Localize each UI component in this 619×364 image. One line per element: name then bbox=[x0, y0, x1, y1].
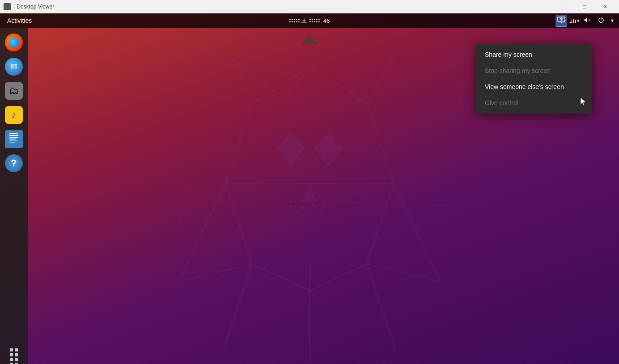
svg-line-12 bbox=[318, 201, 449, 206]
topbar-time: 46 bbox=[323, 17, 330, 24]
menu-item-stop-share: Stop sharing my screen bbox=[476, 63, 592, 79]
writer-icon bbox=[5, 130, 23, 148]
grid-dot bbox=[289, 19, 291, 20]
window-icon bbox=[4, 3, 11, 10]
dock-item-grid[interactable] bbox=[4, 343, 24, 364]
svg-line-6 bbox=[295, 201, 310, 215]
help-icon: ? bbox=[5, 154, 23, 172]
svg-line-10 bbox=[179, 206, 301, 224]
language-button[interactable]: zh ▾ bbox=[570, 17, 580, 24]
menu-item-view[interactable]: View someone else's screen bbox=[476, 79, 592, 95]
files-icon bbox=[5, 82, 23, 100]
dock-item-writer[interactable] bbox=[4, 129, 24, 149]
volume-icon[interactable] bbox=[582, 16, 593, 26]
grid-dot bbox=[316, 19, 318, 20]
svg-marker-18 bbox=[286, 67, 333, 98]
svg-marker-3 bbox=[277, 134, 304, 165]
minimize-button[interactable]: ─ bbox=[554, 0, 574, 13]
up-arrow-indicator bbox=[301, 36, 318, 44]
svg-line-13 bbox=[318, 206, 440, 224]
title-bar-left: - Desktop Viewer bbox=[4, 3, 54, 10]
power-icon[interactable] bbox=[596, 16, 606, 26]
svg-rect-30 bbox=[9, 139, 16, 140]
maximize-button[interactable]: □ bbox=[574, 0, 595, 13]
grid-dot bbox=[316, 21, 318, 22]
lang-label: zh bbox=[570, 17, 576, 24]
svg-marker-4 bbox=[315, 134, 342, 165]
grid-dot bbox=[294, 19, 295, 20]
menu-item-share[interactable]: Share my screen bbox=[476, 47, 592, 63]
title-bar: - Desktop Viewer ─ □ ✕ bbox=[0, 0, 619, 13]
grid-icon bbox=[5, 345, 23, 363]
svg-rect-32 bbox=[9, 142, 15, 143]
svg-rect-29 bbox=[9, 137, 18, 138]
lang-arrow: ▾ bbox=[577, 18, 580, 24]
svg-rect-28 bbox=[9, 135, 18, 136]
svg-marker-20 bbox=[360, 157, 394, 210]
svg-line-7 bbox=[310, 201, 324, 215]
topbar-left: Activities bbox=[4, 17, 35, 24]
menu-item-give-control: Give control bbox=[476, 95, 592, 111]
grid-dot bbox=[296, 19, 297, 20]
system-menu-arrow[interactable]: ▾ bbox=[609, 17, 615, 25]
screen-sharing-menu: Share my screen Stop sharing my screen V… bbox=[476, 44, 592, 114]
grid-dot bbox=[296, 21, 297, 22]
grid-dot bbox=[310, 19, 311, 20]
download-icon bbox=[301, 17, 308, 24]
grid-dot bbox=[292, 19, 293, 20]
svg-rect-31 bbox=[9, 140, 17, 141]
svg-marker-5 bbox=[301, 188, 318, 201]
grid-dot bbox=[318, 21, 320, 22]
topbar-right: zh ▾ ▾ bbox=[555, 15, 615, 27]
svg-marker-1 bbox=[233, 58, 277, 103]
grid-dot bbox=[314, 21, 315, 22]
close-button[interactable]: ✕ bbox=[595, 0, 615, 13]
grid-dot bbox=[318, 19, 320, 20]
grid-dot bbox=[298, 19, 300, 20]
grid-dot bbox=[289, 21, 291, 22]
title-bar-title: - Desktop Viewer bbox=[13, 4, 54, 10]
activities-button[interactable]: Activities bbox=[4, 17, 35, 24]
dock-item-help[interactable]: ? bbox=[4, 153, 24, 174]
grid-dot bbox=[314, 19, 315, 20]
gnome-dock: ? bbox=[0, 28, 28, 364]
svg-marker-19 bbox=[225, 157, 259, 210]
svg-line-16 bbox=[224, 264, 252, 349]
dock-item-rhythmbox[interactable] bbox=[4, 105, 24, 125]
svg-line-17 bbox=[367, 264, 395, 349]
grid-dot bbox=[294, 21, 295, 22]
grid-dot bbox=[312, 21, 313, 22]
dock-item-files[interactable] bbox=[4, 80, 24, 101]
grid-dot bbox=[292, 21, 293, 22]
firefox-icon bbox=[5, 34, 23, 51]
dock-item-thunderbird[interactable] bbox=[4, 56, 24, 77]
rhythmbox-icon bbox=[5, 106, 23, 124]
desktop: Activities bbox=[0, 13, 619, 364]
grid-dot bbox=[298, 21, 300, 22]
title-bar-controls: ─ □ ✕ bbox=[554, 0, 615, 13]
topbar-center: 46 bbox=[289, 17, 330, 24]
grid-dot bbox=[310, 21, 311, 22]
grid-dot bbox=[312, 19, 313, 20]
svg-line-9 bbox=[170, 201, 301, 206]
screen-share-icon[interactable] bbox=[555, 15, 567, 27]
gnome-topbar: Activities bbox=[0, 13, 619, 28]
thunderbird-icon bbox=[5, 58, 23, 76]
dock-item-firefox[interactable] bbox=[4, 32, 24, 53]
svg-rect-27 bbox=[9, 133, 18, 134]
